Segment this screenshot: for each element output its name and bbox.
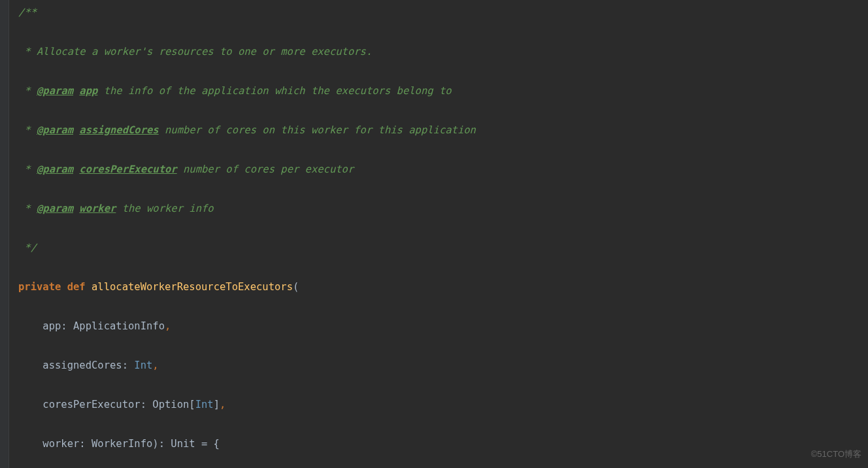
doc-comment: */ [18, 242, 37, 254]
doc-text: number of cores on this worker for this … [159, 124, 476, 136]
doc-tag: @param [37, 85, 73, 97]
doc-tag: @param [37, 163, 73, 175]
doc-comment: * [18, 203, 37, 214]
code-line: worker: WorkerInfo): Unit = { [9, 434, 580, 454]
code-line: coresPerExecutor: Option[Int], [9, 395, 580, 414]
param: app: ApplicationInfo [18, 320, 165, 332]
keyword-private: private [18, 281, 61, 293]
doc-text: the info of the application which the ex… [97, 85, 451, 97]
code-line: * @param app the info of the application… [9, 81, 580, 101]
keyword-def: def [67, 281, 86, 293]
comma: , [152, 359, 158, 371]
bracket: ] [214, 399, 220, 410]
doc-comment: * [18, 163, 37, 175]
doc-comment: /** [18, 7, 37, 18]
doc-text: number of cores per executor [177, 163, 354, 175]
doc-tag: @param [37, 203, 73, 214]
type-int: Int [134, 359, 152, 371]
eq-brace: = { [195, 438, 220, 450]
watermark: ©51CTO博客 [811, 444, 861, 464]
param: worker: WorkerInfo): [18, 438, 171, 450]
doc-param: worker [79, 203, 116, 214]
doc-comment: * [18, 85, 37, 97]
param: assignedCores: [18, 359, 134, 371]
doc-comment: * Allocate a worker's resources to one o… [18, 46, 372, 58]
code-line: * @param coresPerExecutor number of core… [9, 159, 580, 179]
type-int: Int [195, 399, 214, 410]
code-line: assignedCores: Int, [9, 356, 580, 375]
doc-param: app [79, 85, 97, 97]
code-line: * @param worker the worker info [9, 199, 580, 218]
code-line: */ [9, 238, 580, 258]
doc-text: the worker info [116, 203, 213, 214]
editor-gutter [0, 0, 9, 468]
comma: , [165, 320, 171, 332]
doc-tag: @param [37, 124, 73, 136]
comma: , [220, 399, 225, 410]
code-line: * Allocate a worker's resources to one o… [9, 42, 580, 61]
code-editor[interactable]: /** * Allocate a worker's resources to o… [9, 3, 580, 468]
type-unit: Unit [171, 438, 195, 450]
code-line: * @param assignedCores number of cores o… [9, 120, 580, 140]
doc-param: assignedCores [79, 124, 158, 136]
code-line: /** [9, 3, 580, 22]
doc-param: coresPerExecutor [79, 163, 176, 175]
method-name: allocateWorkerResourceToExecutors [92, 281, 293, 293]
code-line: app: ApplicationInfo, [9, 316, 580, 336]
code-line: private def allocateWorkerResourceToExec… [9, 277, 580, 297]
param: coresPerExecutor: Option[ [18, 399, 195, 410]
paren: ( [293, 281, 299, 293]
doc-comment: * [18, 124, 37, 136]
